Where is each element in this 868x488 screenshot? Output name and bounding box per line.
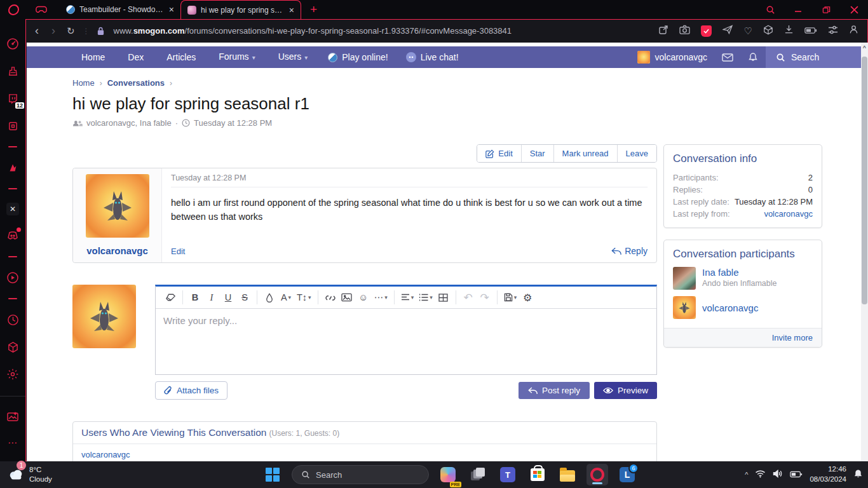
address-bar[interactable]: www.smogon.com/forums/conversations/hi-w… [97,26,658,36]
avatar[interactable] [673,296,696,319]
battery-icon[interactable] [790,469,803,480]
drafts-button[interactable]: ▾ [502,289,519,306]
send-to-device-icon[interactable] [722,25,733,37]
tray-chevron-icon[interactable]: ^ [745,471,748,478]
redo-button[interactable]: ↷ [477,289,492,306]
taskbar-clock[interactable]: 12:46 08/03/2024 [810,464,846,484]
snapshot-camera-icon[interactable] [679,25,690,37]
profile-icon[interactable] [849,25,858,37]
weather-widget[interactable]: 1 8°C Cloudy [8,465,52,484]
text-color-icon[interactable] [262,289,277,306]
taskbar-search[interactable]: Search [292,465,429,484]
window-search-icon[interactable] [756,0,784,19]
nav-articles[interactable]: Articles [155,46,207,68]
pin-tab-icon[interactable] [658,25,668,37]
back-button[interactable]: ‹ [35,24,39,37]
align-button[interactable]: ▾ [399,289,416,306]
sidebar-more-icon[interactable]: ⋯ [8,437,18,449]
edit-thread-button[interactable]: Edit [477,145,520,162]
gx-speed-dial-icon[interactable] [6,37,20,51]
inbox-envelope-icon[interactable] [715,46,740,68]
nav-home[interactable]: Home [70,46,116,68]
player-icon[interactable] [6,271,20,285]
wifi-icon[interactable] [755,469,766,480]
post-reply-button[interactable]: Post reply [519,382,590,399]
font-size-button[interactable]: T↕▾ [295,289,313,306]
participant-name-link[interactable]: Ina fable [702,267,776,278]
page-scrollbar[interactable]: ^ [861,43,868,461]
opera-menu-icon[interactable] [8,4,20,15]
account-menu[interactable]: volcaronavgc [630,46,715,68]
snapshot-icon[interactable] [6,410,20,424]
extensions-icon[interactable] [6,340,20,354]
tab-conversation[interactable]: hi we play for spring season × [180,0,301,19]
italic-button[interactable]: I [204,289,219,306]
editor-settings-icon[interactable]: ⚙ [520,289,535,306]
store-app[interactable] [527,464,548,485]
discord-icon[interactable] [6,229,20,243]
scroll-up-arrow[interactable]: ^ [861,43,868,51]
downloads-icon[interactable] [784,25,794,37]
new-tab-button[interactable]: + [310,3,317,17]
message-edit-link[interactable]: Edit [171,247,185,256]
insert-link-icon[interactable] [323,289,338,306]
viewing-user-link[interactable]: volcaronavgc [73,444,656,461]
reload-button[interactable]: ↻ [67,25,75,37]
lock-icon[interactable] [97,26,105,36]
gx-corner-icon[interactable] [36,5,47,14]
star-thread-button[interactable]: Star [521,145,553,162]
tab-close-icon[interactable]: × [169,5,174,14]
start-button[interactable] [262,464,283,485]
extensions-cube-icon[interactable] [763,25,773,37]
adblock-shield-icon[interactable] [701,25,712,37]
message-timestamp[interactable]: Tuesday at 12:28 PM [171,173,648,187]
bold-button[interactable]: B [187,289,203,306]
preferences-sliders-icon[interactable] [828,25,838,37]
favorites-heart-icon[interactable]: ♡ [744,25,752,37]
insert-image-icon[interactable] [339,289,355,306]
insert-table-icon[interactable] [436,289,451,306]
insert-smilie-icon[interactable]: ☺ [356,289,371,306]
undo-button[interactable]: ↶ [461,289,476,306]
nav-play-online[interactable]: Play online! [319,52,397,62]
meta-authors[interactable]: volcaronavgc, Ina fable [86,118,172,128]
tab-close-icon[interactable]: × [289,6,294,15]
gx-control-icon[interactable] [6,119,20,133]
list-button[interactable]: ▾ [417,289,435,306]
message-reply-link[interactable]: Reply [611,246,648,256]
x-twitter-icon[interactable]: ✕ [6,203,19,215]
opera-gx-app[interactable] [587,464,608,485]
gx-cleaner-icon[interactable] [6,64,20,78]
alerts-bell-icon[interactable] [740,46,766,68]
participant-name-link[interactable]: volcaronavgc [702,302,758,313]
battery-saver-icon[interactable] [804,25,817,37]
l-app[interactable]: L6 [616,464,638,485]
copilot-app[interactable]: PRE [437,464,459,485]
restore-button[interactable] [812,0,840,19]
teams-app[interactable]: T [497,464,519,485]
preview-button[interactable]: Preview [594,382,657,399]
strikethrough-button[interactable]: S [237,289,252,306]
search-button[interactable]: Search [766,46,861,68]
twitch-icon[interactable]: 12 [6,92,20,105]
history-icon[interactable] [6,313,20,327]
volume-icon[interactable] [773,469,783,480]
nav-users[interactable]: Users▾ [267,46,320,69]
nav-dex[interactable]: Dex [116,46,155,68]
breadcrumb-conversations[interactable]: Conversations [107,78,165,88]
leave-thread-button[interactable]: Leave [617,145,656,162]
file-explorer-app[interactable] [557,464,578,485]
avatar[interactable] [86,174,149,238]
invite-more-link[interactable]: Invite more [664,328,822,347]
mark-unread-button[interactable]: Mark unread [553,145,617,162]
reply-textarea[interactable] [156,309,656,372]
breadcrumb-home[interactable]: Home [72,78,95,88]
message-author-link[interactable]: volcaronavgc [86,245,148,256]
remove-format-icon[interactable] [163,289,178,306]
last-reply-from-link[interactable]: volcaronavgc [764,208,813,220]
font-family-button[interactable]: A▾ [278,289,294,306]
avatar[interactable] [673,267,696,290]
editor-more-button[interactable]: ⋯▾ [372,289,390,306]
nav-live-chat[interactable]: Live chat! [397,52,468,62]
underline-button[interactable]: U [220,289,236,306]
